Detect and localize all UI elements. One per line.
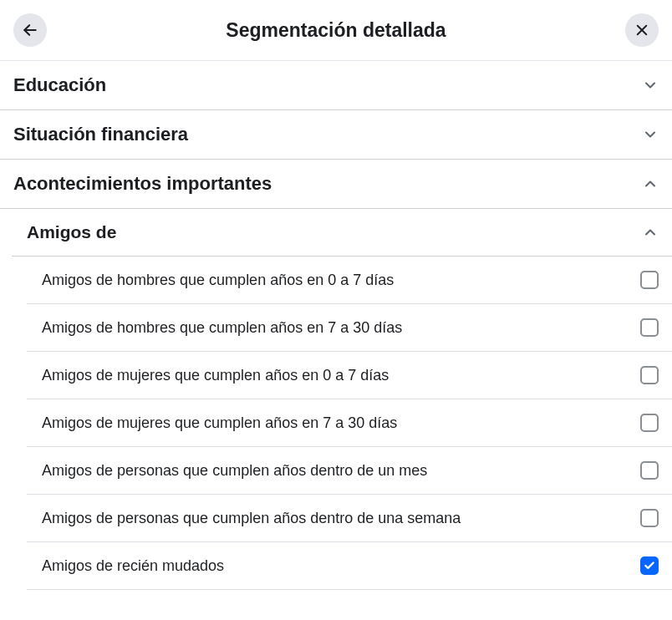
subsection-amigos-de[interactable]: Amigos de (12, 209, 672, 257)
section-acontecimientos[interactable]: Acontecimientos importantes (0, 160, 672, 209)
subsection-container: Amigos de Amigos de hombres que cumplen … (0, 209, 672, 590)
option-row[interactable]: Amigos de personas que cumplen años dent… (27, 495, 672, 542)
option-row[interactable]: Amigos de personas que cumplen años dent… (27, 447, 672, 495)
checkbox[interactable] (640, 366, 659, 384)
close-button[interactable] (625, 13, 659, 47)
option-label: Amigos de hombres que cumplen años en 0 … (42, 272, 394, 289)
option-label: Amigos de recién mudados (42, 557, 224, 575)
checkbox[interactable] (640, 318, 659, 337)
option-row[interactable]: Amigos de hombres que cumplen años en 0 … (27, 257, 672, 304)
section-title: Educación (13, 74, 106, 96)
option-label: Amigos de mujeres que cumplen años en 7 … (42, 414, 397, 432)
option-row[interactable]: Amigos de mujeres que cumplen años en 7 … (27, 399, 672, 447)
section-title: Situación financiera (13, 124, 188, 145)
option-list: Amigos de hombres que cumplen años en 0 … (12, 257, 672, 590)
option-row[interactable]: Amigos de mujeres que cumplen años en 0 … (27, 352, 672, 399)
section-situacion-financiera[interactable]: Situación financiera (0, 110, 672, 160)
option-label: Amigos de mujeres que cumplen años en 0 … (42, 367, 389, 384)
chevron-up-icon (642, 175, 659, 192)
check-icon (644, 560, 655, 572)
chevron-up-icon (642, 224, 659, 241)
option-label: Amigos de hombres que cumplen años en 7 … (42, 319, 402, 337)
option-label: Amigos de personas que cumplen años dent… (42, 462, 427, 480)
subsection-title: Amigos de (27, 222, 116, 242)
checkbox[interactable] (640, 414, 659, 432)
modal-header: Segmentación detallada (0, 0, 672, 61)
close-icon (634, 23, 649, 38)
option-label: Amigos de personas que cumplen años dent… (42, 510, 461, 527)
section-title: Acontecimientos importantes (13, 173, 272, 195)
option-row[interactable]: Amigos de hombres que cumplen años en 7 … (27, 304, 672, 352)
checkbox[interactable] (640, 556, 659, 575)
checkbox[interactable] (640, 461, 659, 480)
arrow-left-icon (22, 22, 38, 38)
modal-title: Segmentación detallada (47, 19, 625, 42)
chevron-down-icon (642, 126, 659, 143)
back-button[interactable] (13, 13, 47, 47)
option-row[interactable]: Amigos de recién mudados (27, 542, 672, 590)
checkbox[interactable] (640, 509, 659, 527)
chevron-down-icon (642, 77, 659, 94)
checkbox[interactable] (640, 271, 659, 289)
section-educacion[interactable]: Educación (0, 61, 672, 110)
